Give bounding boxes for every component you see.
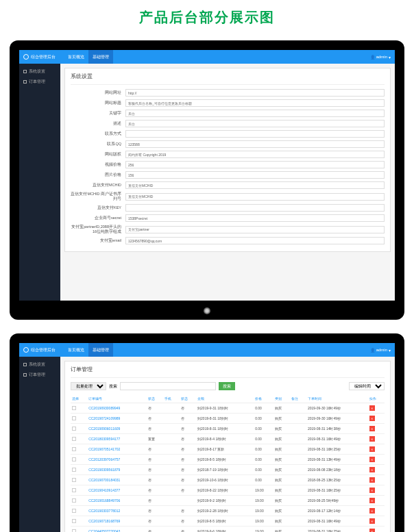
time-filter-select[interactable]: 编辑时间: [349, 382, 385, 390]
cell: 否: [180, 516, 196, 527]
form-label: 支付宝partnerID,2088开头的16位纯数字组成: [71, 225, 125, 234]
row-checkbox[interactable]: [72, 498, 76, 503]
sidebar-item-settings[interactable]: 系统设置: [19, 66, 60, 77]
order-id[interactable]: CC20190718168769: [87, 516, 147, 527]
form-row: 描述: [71, 120, 385, 127]
order-id[interactable]: CC20190906011609: [87, 424, 147, 434]
cell: 19.00: [254, 485, 273, 496]
order-id[interactable]: CC20190700184031: [87, 475, 147, 485]
batch-select[interactable]: 批量处理: [71, 382, 106, 390]
search-input[interactable]: [120, 382, 216, 390]
form-input[interactable]: [125, 214, 385, 222]
form-row: 关键字: [71, 110, 385, 117]
cell: 到2019-8-5 18到时: [196, 516, 254, 527]
order-id[interactable]: CC20190410914377: [87, 485, 147, 496]
cell: 0.00: [254, 414, 273, 424]
cell: 0.00: [254, 455, 273, 465]
sidebar-item-orders[interactable]: 订单管理: [19, 370, 60, 380]
delete-button[interactable]: ✕: [369, 446, 375, 452]
form-input[interactable]: [125, 130, 385, 138]
cell: 否: [147, 506, 163, 516]
cell: 2018-08-25 13时25秒: [306, 475, 368, 485]
cell: [290, 414, 306, 424]
tab-home[interactable]: 首页概览: [64, 343, 88, 357]
delete-button[interactable]: ✕: [369, 477, 375, 483]
row-checkbox[interactable]: [72, 519, 76, 523]
user-menu[interactable]: 👤 admin ▾: [370, 348, 391, 353]
form-input[interactable]: [125, 237, 385, 244]
form-input[interactable]: [125, 161, 385, 168]
form-input[interactable]: [125, 120, 385, 127]
order-id[interactable]: CC20190705141702: [87, 444, 147, 455]
form-input[interactable]: [125, 110, 385, 117]
order-id[interactable]: CC20120397064757: [87, 455, 147, 465]
delete-button[interactable]: ✕: [369, 529, 375, 532]
row-checkbox[interactable]: [72, 457, 76, 461]
row-checkbox[interactable]: [72, 529, 76, 533]
order-id[interactable]: CC20180309594177: [87, 434, 147, 444]
cell: 否: [180, 465, 196, 475]
delete-button[interactable]: ✕: [369, 405, 375, 411]
form-input[interactable]: [125, 181, 385, 189]
order-id[interactable]: CC20190724109989: [87, 414, 147, 424]
delete-button[interactable]: ✕: [369, 416, 375, 421]
row-checkbox[interactable]: [72, 468, 76, 472]
tab-base-manage[interactable]: 基础管理: [88, 343, 113, 357]
delete-button[interactable]: ✕: [369, 518, 375, 524]
form-input[interactable]: [125, 171, 385, 179]
cell: 2019-08-25 5时49秒: [306, 496, 368, 506]
row-checkbox[interactable]: [72, 447, 76, 451]
cell: 否: [180, 414, 196, 424]
row-checkbox[interactable]: [72, 406, 76, 410]
form-row: 联系方式: [71, 130, 385, 138]
form-input[interactable]: [125, 99, 385, 107]
order-id[interactable]: CC20190309561879: [87, 465, 147, 475]
table-header: 下单时间: [306, 394, 368, 403]
row-checkbox[interactable]: [72, 478, 76, 482]
form-input[interactable]: [125, 204, 385, 212]
tab-base-manage[interactable]: 基础管理: [88, 50, 113, 64]
main-orders: 订单管理 批量处理 搜索 搜索 编辑时间 选择订单编号状态手机状态金额价格类别备…: [60, 357, 395, 532]
cell: [290, 424, 306, 434]
order-id[interactable]: CC20440507770043: [87, 527, 147, 533]
delete-button[interactable]: ✕: [369, 487, 375, 493]
delete-button[interactable]: ✕: [369, 426, 375, 431]
order-id[interactable]: CC20190930089949: [87, 403, 147, 414]
sidebar: 系统设置 订单管理: [19, 64, 60, 301]
delete-button[interactable]: ✕: [369, 498, 375, 503]
row-checkbox[interactable]: [72, 509, 76, 513]
form-row: 图片价格: [71, 171, 385, 179]
cell: 19.00: [254, 506, 273, 516]
form-row: 视频价格: [71, 161, 385, 168]
cell: 到2019-8-4 18到时: [196, 434, 254, 444]
table-row: CC20120397064757 否 否 到2019-8-5 18到时 0.00…: [71, 455, 385, 465]
form-input[interactable]: [125, 151, 385, 158]
form-input[interactable]: [125, 89, 385, 97]
delete-button[interactable]: ✕: [369, 436, 375, 442]
form-input[interactable]: [125, 193, 385, 201]
sidebar-item-settings[interactable]: 系统设置: [19, 359, 60, 370]
user-menu[interactable]: 👤 admin ▾: [370, 55, 391, 60]
orders-panel: 订单管理 批量处理 搜索 搜索 编辑时间 选择订单编号状态手机状态金额价格类别备…: [64, 361, 391, 532]
row-checkbox[interactable]: [72, 427, 76, 431]
row-checkbox[interactable]: [72, 416, 76, 420]
cell: 2019-08-17 12时14秒: [306, 506, 368, 516]
row-checkbox[interactable]: [72, 488, 76, 492]
delete-button[interactable]: ✕: [369, 467, 375, 472]
cell: 0.00: [254, 444, 273, 455]
form-label: 网站版权: [71, 152, 125, 157]
delete-button[interactable]: ✕: [369, 508, 375, 514]
settings-panel: 系统设置 网站网址网站标题关键字描述联系方式联系QQ网站版权视频价格图片价格直信…: [64, 68, 391, 252]
cell: 否: [147, 414, 163, 424]
cell: 购买: [273, 414, 290, 424]
sidebar-item-orders[interactable]: 订单管理: [19, 77, 60, 87]
order-id[interactable]: CC20190168849706: [87, 496, 147, 506]
cell: [163, 444, 180, 455]
search-button[interactable]: 搜索: [219, 382, 235, 390]
delete-button[interactable]: ✕: [369, 457, 375, 462]
form-input[interactable]: [125, 226, 385, 233]
tab-home[interactable]: 首页概览: [64, 50, 88, 64]
form-input[interactable]: [125, 140, 385, 148]
row-checkbox[interactable]: [72, 437, 76, 441]
order-id[interactable]: CC20190303778012: [87, 506, 147, 516]
